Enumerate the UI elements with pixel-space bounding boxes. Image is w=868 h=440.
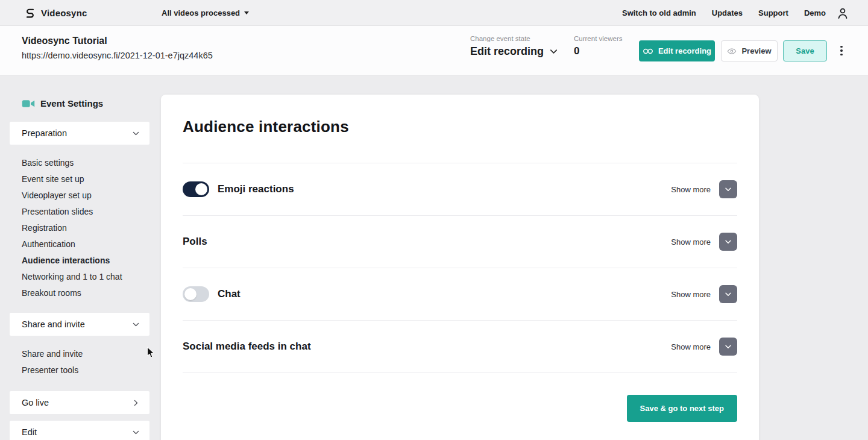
sidebar-item-authentication[interactable]: Authentication bbox=[10, 236, 149, 252]
chevron-right-icon bbox=[132, 399, 140, 407]
chevron-down-icon bbox=[132, 429, 140, 436]
brand-name: Videosync bbox=[41, 8, 87, 18]
nav-updates[interactable]: Updates bbox=[712, 8, 743, 17]
sidebar-item-event-site-set-up[interactable]: Event site set up bbox=[10, 171, 149, 187]
feature-label: Social media feeds in chat bbox=[183, 341, 311, 353]
sidebar-item-breakout-rooms[interactable]: Breakout rooms bbox=[10, 284, 149, 301]
event-settings-heading: Event Settings bbox=[22, 98, 149, 108]
card-footer: Save & go to next step bbox=[183, 395, 737, 422]
emoji-reactions-toggle[interactable] bbox=[183, 181, 209, 197]
save-and-next-step-button[interactable]: Save & go to next step bbox=[627, 395, 737, 422]
recording-reel-icon bbox=[643, 48, 653, 55]
page-title: Audience interactions bbox=[183, 118, 737, 136]
feature-label: Polls bbox=[183, 236, 207, 248]
nav-switch-old-admin[interactable]: Switch to old admin bbox=[622, 8, 696, 17]
sidebar: Event Settings Preparation Basic setting… bbox=[10, 76, 149, 440]
feature-label: Chat bbox=[218, 288, 241, 300]
eye-icon bbox=[727, 46, 737, 56]
videos-processed-label: All videos processed bbox=[162, 8, 240, 17]
share-and-invite-items: Share and invite Presenter tools bbox=[10, 345, 149, 378]
preparation-items: Basic settings Event site set up Videopl… bbox=[10, 154, 149, 301]
show-more-link[interactable]: Show more bbox=[671, 237, 711, 247]
current-viewers-block: Current viewers 0 bbox=[574, 35, 623, 57]
toggle-knob bbox=[184, 288, 197, 300]
show-more-link[interactable]: Show more bbox=[671, 342, 711, 351]
feature-label: Emoji reactions bbox=[218, 183, 294, 195]
event-title-block: Videosync Tutorial https://demo.videosyn… bbox=[22, 36, 213, 60]
nav-support[interactable]: Support bbox=[758, 8, 788, 17]
sidebar-section-share-and-invite[interactable]: Share and invite bbox=[10, 313, 149, 336]
feature-row-social-media-feeds: Social media feeds in chat Show more bbox=[183, 321, 737, 373]
sidebar-section-preparation[interactable]: Preparation bbox=[10, 122, 149, 145]
videosync-logo[interactable]: Videosync bbox=[24, 0, 87, 26]
chevron-down-icon bbox=[132, 130, 140, 137]
more-options-kebab-menu[interactable] bbox=[837, 42, 846, 60]
edit-recording-label: Edit recording bbox=[658, 46, 711, 55]
feature-row-chat: Chat Show more bbox=[183, 268, 737, 321]
user-account-icon[interactable] bbox=[835, 6, 850, 20]
chat-toggle[interactable] bbox=[183, 286, 209, 302]
chevron-down-icon bbox=[549, 47, 558, 56]
current-viewers-value: 0 bbox=[574, 45, 623, 57]
sidebar-item-presenter-tools[interactable]: Presenter tools bbox=[10, 362, 149, 378]
sidebar-item-networking-1to1-chat[interactable]: Networking and 1 to 1 chat bbox=[10, 268, 149, 284]
expand-chevron-button[interactable] bbox=[719, 233, 737, 251]
caret-down-icon bbox=[244, 11, 249, 14]
edit-label: Edit bbox=[22, 427, 37, 437]
video-camera-icon bbox=[22, 99, 35, 108]
top-bar: Videosync All videos processed Switch to… bbox=[0, 0, 868, 26]
expand-chevron-button[interactable] bbox=[719, 180, 737, 198]
save-label: Save bbox=[796, 46, 814, 55]
event-state-dropdown[interactable]: Edit recording bbox=[470, 45, 558, 58]
sidebar-item-audience-interactions[interactable]: Audience interactions bbox=[10, 252, 149, 268]
event-header: Videosync Tutorial https://demo.videosyn… bbox=[0, 26, 868, 76]
top-nav: Switch to old admin Updates Support Demo bbox=[622, 0, 826, 26]
preparation-label: Preparation bbox=[22, 128, 67, 138]
nav-demo[interactable]: Demo bbox=[804, 8, 826, 17]
save-button[interactable]: Save bbox=[783, 40, 827, 61]
sidebar-item-share-and-invite[interactable]: Share and invite bbox=[10, 345, 149, 362]
event-title: Videosync Tutorial bbox=[22, 36, 213, 46]
page-body: Event Settings Preparation Basic setting… bbox=[0, 76, 868, 440]
show-more-link[interactable]: Show more bbox=[671, 290, 711, 299]
expand-chevron-button[interactable] bbox=[719, 285, 737, 303]
expand-chevron-button[interactable] bbox=[719, 338, 737, 356]
videosync-logo-icon bbox=[24, 7, 36, 19]
chevron-down-icon bbox=[132, 321, 140, 328]
toggle-knob bbox=[195, 183, 207, 195]
edit-recording-button[interactable]: Edit recording bbox=[639, 40, 715, 61]
sidebar-section-edit[interactable]: Edit bbox=[10, 421, 149, 440]
event-url[interactable]: https://demo.videosync.fi/2021-12-01-e7j… bbox=[22, 51, 213, 60]
feature-row-polls: Polls Show more bbox=[183, 216, 737, 268]
sidebar-section-go-live[interactable]: Go live bbox=[10, 391, 149, 414]
show-more-link[interactable]: Show more bbox=[671, 185, 711, 194]
share-and-invite-label: Share and invite bbox=[22, 319, 85, 329]
sidebar-item-presentation-slides[interactable]: Presentation slides bbox=[10, 203, 149, 219]
sidebar-item-videoplayer-set-up[interactable]: Videoplayer set up bbox=[10, 187, 149, 203]
sidebar-item-basic-settings[interactable]: Basic settings bbox=[10, 154, 149, 171]
preview-label: Preview bbox=[741, 46, 771, 55]
current-viewers-label: Current viewers bbox=[574, 35, 623, 42]
videos-processed-dropdown[interactable]: All videos processed bbox=[162, 0, 249, 26]
feature-row-emoji-reactions: Emoji reactions Show more bbox=[183, 163, 737, 216]
event-settings-title: Event Settings bbox=[40, 98, 103, 108]
event-state-value: Edit recording bbox=[470, 45, 544, 58]
card-header: Audience interactions bbox=[183, 95, 737, 163]
go-live-label: Go live bbox=[22, 398, 49, 407]
sidebar-item-registration[interactable]: Registration bbox=[10, 219, 149, 236]
event-state-label: Change event state bbox=[470, 35, 558, 42]
event-state-block: Change event state Edit recording bbox=[470, 35, 558, 58]
audience-interactions-card: Audience interactions Emoji reactions Sh… bbox=[161, 95, 759, 440]
preview-button[interactable]: Preview bbox=[721, 40, 778, 61]
